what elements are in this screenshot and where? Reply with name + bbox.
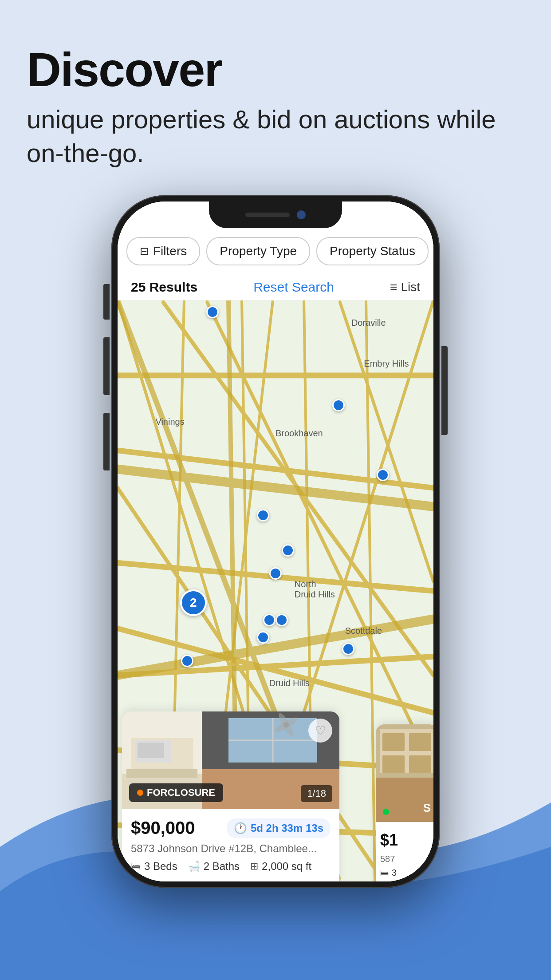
beds-count-2: 3 — [392, 868, 397, 878]
property-image: ♡ FORCLOSURE 1/18 — [122, 711, 339, 809]
results-bar: 25 Results Reset Search ≡ List — [118, 274, 433, 300]
card-info: $90,000 🕐 5d 2h 33m 13s 5873 Johnson Dri… — [122, 809, 339, 881]
bath-icon: 🛁 — [188, 861, 200, 872]
map-pin[interactable] — [377, 469, 389, 481]
map-label-embryhills: Embry Hills — [364, 359, 409, 369]
svg-rect-45 — [376, 778, 433, 822]
svg-rect-43 — [382, 755, 405, 773]
map-pin[interactable] — [276, 614, 288, 626]
property-card-main[interactable]: ♡ FORCLOSURE 1/18 $90,000 — [122, 711, 339, 881]
reset-search-button[interactable]: Reset Search — [253, 280, 334, 295]
property-price-2: $1 — [376, 822, 433, 854]
property-image-2: S — [376, 724, 433, 822]
sliders-icon: ⊟ — [140, 245, 149, 257]
svg-rect-42 — [409, 733, 431, 751]
list-icon: ≡ — [390, 280, 397, 294]
svg-rect-44 — [409, 755, 431, 773]
page-subtitle: unique properties & bid on auctions whil… — [27, 103, 524, 170]
property-type-button[interactable]: Property Type — [206, 237, 310, 265]
price-row: $90,000 🕐 5d 2h 33m 13s — [131, 818, 331, 838]
baths-feature: 🛁 2 Baths — [188, 860, 240, 873]
beds-feature-2: 🛏 3 — [376, 864, 433, 881]
map-pin[interactable] — [269, 567, 282, 580]
foreclosure-label: FORCLOSURE — [147, 787, 215, 798]
bed-icon-2: 🛏 — [380, 868, 389, 878]
map-background: Doraville Embry Hills Vinings Brookhaven… — [118, 300, 433, 881]
map-label-doraville: Doraville — [351, 318, 386, 328]
volume-mute-button — [103, 284, 110, 320]
beds-count: 3 Beds — [144, 860, 177, 873]
volume-up-button — [103, 337, 110, 395]
property-card-secondary[interactable]: S $1 587 🛏 3 — [376, 724, 433, 881]
baths-count: 2 Baths — [204, 860, 240, 873]
sqft-feature: ⊞ 2,000 sq ft — [250, 860, 311, 873]
heart-icon: ♡ — [315, 723, 326, 738]
map-pin[interactable] — [282, 544, 294, 557]
phone-notch — [209, 202, 342, 228]
auction-timer: 🕐 5d 2h 33m 13s — [227, 818, 331, 838]
property-address-2: 587 — [376, 854, 433, 864]
camera — [297, 210, 306, 219]
bed-icon: 🛏 — [131, 861, 141, 872]
phone-screen: ⊟ Filters Property Type Property Status … — [118, 202, 433, 881]
status-dot — [137, 790, 143, 796]
status-badge-s: S — [423, 801, 431, 815]
timer-value: 5d 2h 33m 13s — [251, 822, 323, 834]
map-label-druidhills: Druid Hills — [269, 678, 310, 688]
page-title: Discover — [27, 44, 524, 95]
filters-button[interactable]: ⊟ Filters — [126, 237, 200, 265]
svg-rect-41 — [382, 733, 405, 751]
property-address: 5873 Johnson Drive #12B, Chamblee... — [131, 842, 331, 855]
map-label-northdruidhills: NorthDruid Hills — [295, 579, 335, 600]
svg-rect-26 — [126, 769, 197, 778]
map-pin-cluster[interactable]: 2 — [180, 589, 207, 616]
phone-mockup: ⊟ Filters Property Type Property Status … — [111, 195, 440, 888]
list-view-button[interactable]: ≡ List — [390, 280, 420, 294]
power-button — [441, 346, 448, 435]
results-count: 25 Results — [131, 280, 197, 295]
beds-feature: 🛏 3 Beds — [131, 860, 177, 873]
list-label: List — [401, 280, 420, 294]
sqft-icon: ⊞ — [250, 861, 258, 872]
sqft-count: 2,000 sq ft — [262, 860, 311, 873]
status-dot-green — [383, 809, 389, 815]
map-pin[interactable] — [342, 643, 354, 655]
speaker — [245, 213, 290, 217]
property-price: $90,000 — [131, 818, 195, 838]
map-pin[interactable] — [332, 399, 345, 411]
property-features: 🛏 3 Beds 🛁 2 Baths ⊞ 2 — [131, 860, 331, 873]
clock-icon: 🕐 — [234, 822, 247, 834]
map-pin[interactable] — [263, 614, 276, 626]
property-status-label: Property Status — [330, 244, 415, 258]
image-count: 1/18 — [301, 785, 332, 802]
volume-down-button — [103, 413, 110, 470]
map-label-brookhaven: Brookhaven — [276, 428, 323, 439]
map-pin[interactable] — [257, 631, 269, 644]
filters-label: Filters — [153, 244, 187, 258]
map-pin[interactable] — [181, 655, 193, 667]
foreclosure-badge: FORCLOSURE — [129, 783, 223, 802]
map-label-scottdale: Scottdale — [345, 626, 382, 636]
property-type-label: Property Type — [220, 244, 297, 258]
map-pin[interactable] — [257, 509, 269, 522]
favorite-button[interactable]: ♡ — [308, 719, 332, 743]
svg-rect-29 — [138, 743, 164, 758]
map-view[interactable]: Doraville Embry Hills Vinings Brookhaven… — [118, 300, 433, 881]
property-status-button[interactable]: Property Status — [316, 237, 429, 265]
map-label-vinings: Vinings — [155, 417, 184, 427]
map-pin[interactable] — [206, 306, 219, 318]
